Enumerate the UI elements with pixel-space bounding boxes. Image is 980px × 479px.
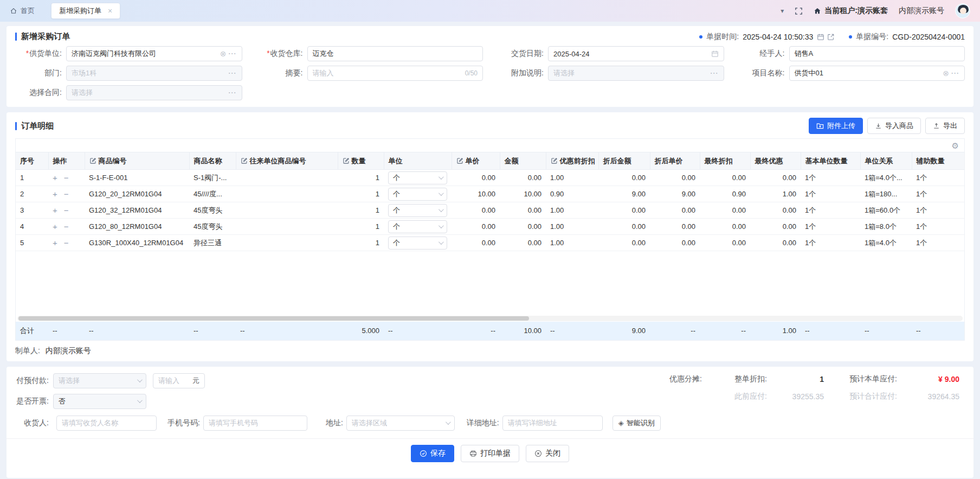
scrollbar-thumb[interactable] [18,316,529,321]
unit-select[interactable]: 个 [388,188,447,201]
unit-select[interactable]: 个 [388,237,447,250]
prepay-amount-input[interactable]: 请输入 元 [153,373,205,388]
column-header: 单位关系 [860,152,912,170]
field-project: 项目名称: 供货中01 ⊗ ··· [738,66,965,81]
note-input[interactable]: 请选择 ··· [548,66,724,81]
import-products-button[interactable]: 导入商品 [867,118,921,134]
more-icon[interactable]: ··· [229,89,237,97]
column-header: 辅助数量 [912,152,964,170]
print-button[interactable]: 打印单据 [461,445,519,462]
total-payable-value: 39264.35 [902,392,959,401]
tenant-home-icon [814,7,821,15]
add-row-icon[interactable]: + [53,206,57,215]
export-button[interactable]: 导出 [925,118,965,134]
doc-time-label: 单据时间: [706,32,739,42]
column-header: 操作 [48,152,85,170]
close-circle-icon [534,450,542,457]
remove-row-icon[interactable]: − [64,238,69,247]
calendar-icon [711,50,719,58]
column-header: 商品编号 [85,152,189,170]
printer-icon [469,450,477,457]
remove-row-icon[interactable]: − [64,173,69,182]
tenant-info[interactable]: 当前租户:演示账套 [814,6,888,16]
edit-column-icon [456,157,463,164]
upload-attachment-button[interactable]: 附件上传 [809,118,863,134]
delivery-date-input[interactable]: 2025-04-24 [548,46,724,61]
doc-number-label: 单据编号: [856,32,888,42]
save-button[interactable]: 保存 [411,445,454,462]
doc-payable-label: 预计本单应付: [829,374,897,384]
prev-payable-label: 此前应付: [707,392,767,401]
table-row: 5+−G130R_100X40_12RM01G04异径三通1个0.000.001… [16,235,964,251]
contract-input[interactable]: 请选择 ··· [66,85,242,100]
more-icon[interactable]: ··· [229,50,237,58]
prepay-select[interactable]: 请选择 [53,373,146,388]
more-icon[interactable]: ··· [951,69,959,77]
remove-row-icon[interactable]: − [64,206,69,215]
region-select[interactable]: 请选择区域 [346,416,455,431]
table-row: 4+−G120_80_12RM01G0445度弯头1个0.000.001.000… [16,219,964,235]
detail-table-box: ⚙ 序号操作商品编号商品名称往来单位商品编号数量单位单价金额优惠前折扣折后金额折… [15,138,965,341]
chevron-down-icon [439,190,444,196]
add-row-icon[interactable]: + [53,189,57,199]
fullscreen-icon[interactable] [795,7,803,15]
receiver-input[interactable]: 请填写收货人名称 [56,416,157,431]
add-row-icon[interactable]: + [53,173,57,182]
unit-select[interactable]: 个 [388,171,447,184]
unit-select[interactable]: 个 [388,220,447,233]
close-button[interactable]: 关闭 [526,445,569,462]
table-settings-gear-icon[interactable]: ⚙ [952,142,959,150]
clear-icon[interactable]: ⊗ [943,69,949,78]
doc-number: 单据编号: CGD-20250424-0001 [849,32,965,42]
order-form-panel: 新增采购订单 单据时间: 2025-04-24 10:50:33 单据编号: [7,26,973,107]
supplier-input[interactable]: 济南迈克阀门科技有限公司 ⊗ ··· [66,46,242,61]
project-input[interactable]: 供货中01 ⊗ ··· [789,66,965,81]
summary-input[interactable]: 请输入 0/50 [307,66,483,81]
phone-input[interactable]: 请填写手机号码 [203,416,307,431]
chevron-down-icon [439,223,444,228]
tab-new-purchase-order[interactable]: 新增采购订单 × [51,3,120,19]
field-department: 部门: 市场1科 ··· [15,66,242,81]
smart-recognition-button[interactable]: ◈ 智能识别 [612,416,661,431]
unit-select[interactable]: 个 [388,204,447,217]
column-header: 商品名称 [189,152,236,170]
more-icon[interactable]: ··· [711,69,719,77]
account-name[interactable]: 内部演示账号 [899,6,944,16]
import-icon [875,123,882,130]
home-nav[interactable]: 首页 [10,6,35,16]
handler-input[interactable]: 销售A [789,46,965,61]
avatar[interactable] [955,3,970,18]
doc-time: 单据时间: 2025-04-24 10:50:33 [699,32,835,42]
address-input[interactable]: 请填写详细地址 [502,416,603,431]
unit-suffix: 元 [192,376,199,386]
invoice-select[interactable]: 否 [53,394,146,409]
column-header: 单位 [384,152,452,170]
chevron-down-icon [137,377,143,382]
field-supplier: *供货单位: 济南迈克阀门科技有限公司 ⊗ ··· [15,46,242,61]
clear-icon[interactable]: ⊗ [220,49,227,58]
more-icon[interactable]: ··· [229,69,237,77]
tab-close-icon[interactable]: × [108,7,112,15]
total-row: 合计--------5.000----10.00--9.00----1.00--… [16,322,964,340]
calendar-icon[interactable] [817,33,824,41]
add-row-icon[interactable]: + [53,238,57,247]
column-header: 折后单价 [650,152,700,170]
prev-payable-value: 39255.35 [772,392,824,401]
warehouse-input[interactable]: 迈克仓 [307,46,483,61]
field-handler: 经手人: 销售A [738,46,965,61]
horizontal-scrollbar[interactable] [17,316,963,321]
table-empty-space [16,251,964,315]
column-header: 最终折扣 [700,152,750,170]
chevron-down-icon[interactable]: ▾ [781,7,784,15]
blue-dot-icon [699,35,702,39]
remove-row-icon[interactable]: − [64,189,69,199]
chevron-down-icon [137,398,143,403]
department-input[interactable]: 市场1科 ··· [66,66,242,81]
add-row-icon[interactable]: + [53,222,57,231]
whole-discount-label: 整单折扣: [707,374,767,384]
topbar: 首页 新增采购订单 × ▾ 当前租户:演示账套 内部演示账号 [0,0,980,22]
folder-upload-icon [816,122,824,130]
column-header: 单价 [452,152,500,170]
edit-time-icon[interactable] [827,33,835,41]
remove-row-icon[interactable]: − [64,222,69,231]
